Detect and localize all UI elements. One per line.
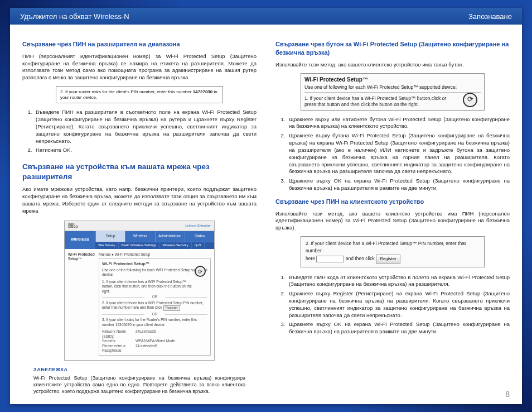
or-divider: OR [102, 295, 207, 299]
fig1-text-a: 2. If your router asks for the client's … [60, 89, 193, 94]
wps-sub: Use one of the following for each WiFi P… [102, 268, 207, 276]
right-column: Свързване чрез бутон за Wi-Fi Protected … [275, 40, 510, 395]
security-value: WPA2/WPA Mixed Mode [136, 339, 175, 343]
list-item: Щракнете върху бутона Wi-Fi Protected Se… [287, 132, 510, 175]
subtab: Site Survey [95, 242, 119, 249]
passphrase-value: 24.extended5 [136, 344, 157, 353]
tab-status: Status [185, 231, 214, 242]
register-button: Register [163, 305, 180, 311]
right-sec1-para: Използвайте този метод, ако вашето клиен… [275, 61, 510, 69]
note-text: Wi-Fi Protected Setup (Защитено конфигур… [33, 375, 245, 395]
list-item: Въведете ПИН на разширителя в съответнот… [33, 109, 257, 145]
net-name-value: 24Lexinxs30 [136, 329, 156, 339]
wps-line3: 3. If your client asks for the Router's … [102, 318, 207, 327]
passphrase-label: Please enter a Passphrase: [102, 344, 136, 353]
left-sec2-title: Свързване на устройства към вашата мрежа… [22, 162, 257, 181]
fig1-pin: 14727030 [193, 89, 213, 94]
tab-wireless: Wireless [125, 231, 154, 242]
wps-title: Wi-Fi Protected Setup™ [102, 261, 207, 267]
right-ol2: Въведете ПИН кода от клиентското устройс… [275, 274, 510, 336]
router-radio: Manual ● Wi-Fi Protected Setup [99, 252, 150, 256]
list-item: Щракнете върху Register (Регистриране) н… [287, 290, 510, 319]
network-info: Network Name (SSID):24Lexinxs30 Security… [102, 329, 207, 353]
wps-button-icon: ⟳ [195, 266, 206, 277]
figure-wps-box: Wi-Fi Protected Setup™ Use one of follow… [301, 73, 485, 111]
left-sec1-title: Свързване чрез ПИН на разширителя на диа… [22, 40, 257, 49]
subtab: QoS [192, 242, 205, 249]
wps-button-icon: ⟳ [463, 93, 477, 107]
right-sec2-title: Свързване чрез ПИН на клиентското устрой… [275, 198, 510, 206]
fig-wps-text: 1. If your client device has a Wi-Fi Pro… [304, 95, 481, 108]
tab-side-label: Wireless [65, 231, 95, 249]
right-ol1: Щракнете върху или натиснете бутона Wi-F… [275, 116, 510, 192]
subtab: Wireless Security [159, 242, 191, 249]
list-item: Щракнете върху или натиснете бутона Wi-F… [287, 116, 510, 131]
note-label: ЗАБЕЛЕЖКА [33, 366, 257, 373]
left-ol1: Въведете ПИН на разширителя в съответнот… [22, 109, 257, 154]
figure-pin-entry: 2. If your client device has a Wi-Fi Pro… [301, 236, 485, 267]
router-tabs: Wireless Setup Wireless Administration S… [65, 231, 214, 249]
tab-admin: Administration [155, 231, 185, 242]
pin-input[interactable] [316, 256, 344, 262]
cisco-logo: ılıılıcisco [68, 223, 78, 228]
left-sec1-para: ПИН (персоналният идентификационен номер… [22, 53, 257, 82]
register-button[interactable]: Register [376, 255, 400, 264]
fig-pin-line2: and then click [346, 256, 375, 261]
header-left: Удължител на обхват Wireless-N [20, 12, 129, 21]
net-name-label: Network Name (SSID): [102, 329, 136, 339]
document-page: Удължител на обхват Wireless-N Запознава… [10, 8, 522, 404]
list-item: Натиснете OK. [33, 147, 257, 154]
router-topbar: ılıılıcisco Linksys Extender [65, 221, 214, 231]
wps-section: Wi-Fi Protected Setup™ Use one of the fo… [99, 258, 211, 356]
fig-wps-title: Wi-Fi Protected Setup™ [304, 76, 481, 83]
page-number: 8 [505, 390, 510, 399]
list-item: Щракнете върху OK на екрана Wi-Fi Protec… [287, 178, 510, 192]
figure-pin-box: 2. If your router asks for the client's … [56, 86, 223, 103]
router-body: Wi-Fi Protected Setup™ Manual ● Wi-Fi Pr… [65, 249, 214, 361]
header-right: Запознаване [468, 12, 512, 21]
fig-pin-line1: 2. If your client device has a Wi-Fi Pro… [306, 241, 466, 253]
wps-line2: 2. If your client device has a WiFi Prot… [102, 301, 207, 311]
list-item: Щракнете върху OK на екрана Wi-Fi Protec… [287, 321, 510, 336]
router-brand2: Linksys Extender [185, 223, 211, 228]
left-sec2-para: Ако имате мрежови устройства, като напр.… [22, 186, 257, 214]
right-sec1-title: Свързване чрез бутон за Wi-Fi Protected … [275, 40, 510, 57]
fig-wps-sub: Use one of following for each Wi-Fi Prot… [304, 84, 481, 93]
wps-line1: 1. If your client device has a WiFi Prot… [102, 280, 207, 294]
figure-router-ui: ılıılıcisco Linksys Extender Wireless Se… [64, 221, 215, 361]
or-divider: OR [102, 312, 207, 317]
router-side-wps: Wi-Fi Protected Setup™ [68, 252, 99, 356]
page-header: Удължител на обхват Wireless-N Запознава… [10, 8, 522, 25]
subtab: Basic Wireless Settings [119, 242, 160, 249]
security-label: Security: [102, 339, 136, 343]
content-columns: Свързване чрез ПИН на разширителя на диа… [10, 25, 522, 399]
tab-setup: Setup [95, 231, 125, 242]
list-item: Въведете ПИН кода от клиентското устройс… [287, 274, 510, 289]
left-column: Свързване чрез ПИН на разширителя на диа… [22, 40, 257, 395]
fig-pin-here: here [306, 256, 315, 261]
right-sec2-para: Използвайте този метод, ако вашето клиен… [275, 210, 510, 232]
